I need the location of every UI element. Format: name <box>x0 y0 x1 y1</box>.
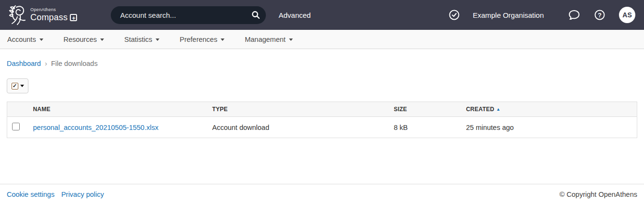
brand-text: OpenAthens Compass + <box>30 8 77 22</box>
privacy-policy-link[interactable]: Privacy policy <box>61 191 104 198</box>
app-footer: Cookie settings Privacy policy © Copyrig… <box>0 184 644 205</box>
copyright-text: © Copyright OpenAthens <box>560 191 637 198</box>
help-button[interactable]: ? <box>594 9 605 21</box>
breadcrumb-current: File downloads <box>51 60 98 67</box>
brand-name: Compass <box>30 13 67 22</box>
cell-created: 25 minutes ago <box>461 117 637 138</box>
chevron-down-icon <box>39 38 43 41</box>
brand-superscript: OpenAthens <box>30 8 77 12</box>
main-nav: Accounts Resources Statistics Preference… <box>0 30 644 49</box>
organisation-name: Example Organisation <box>473 11 544 19</box>
page-content: Dashboard › File downloads ✓ NAME TYPE S… <box>0 49 644 184</box>
help-icon: ? <box>594 9 605 21</box>
nav-item-accounts[interactable]: Accounts <box>7 36 43 43</box>
app-header: OpenAthens Compass + Advanced Example Or… <box>0 0 644 30</box>
row-checkbox[interactable] <box>12 123 20 130</box>
file-downloads-table: NAME TYPE SIZE CREATED▲ personal_account… <box>7 102 637 138</box>
breadcrumb-separator: › <box>45 59 47 67</box>
toolbar: ✓ <box>7 78 637 93</box>
advanced-search-link[interactable]: Advanced <box>278 11 311 19</box>
table-row: personal_accounts_20210505-1550.xlsx Acc… <box>7 117 637 138</box>
svg-text:?: ? <box>598 12 602 19</box>
breadcrumb-dashboard-link[interactable]: Dashboard <box>7 60 41 67</box>
chevron-down-icon <box>289 38 293 41</box>
cell-type: Account download <box>208 117 389 138</box>
footer-links: Cookie settings Privacy policy <box>7 191 104 198</box>
nav-item-management[interactable]: Management <box>245 36 293 43</box>
check-circle-icon <box>448 9 460 21</box>
file-download-link[interactable]: personal_accounts_20210505-1550.xlsx <box>33 124 158 131</box>
status-check-button[interactable] <box>448 9 460 21</box>
cookie-settings-link[interactable]: Cookie settings <box>7 191 54 198</box>
chat-bubble-icon <box>568 9 580 21</box>
checkbox-icon: ✓ <box>12 83 18 90</box>
caret-down-icon <box>20 85 24 87</box>
openathens-logo-icon <box>8 4 27 26</box>
account-search-input[interactable] <box>111 11 246 19</box>
chevron-down-icon <box>156 38 159 41</box>
cell-size: 8 kB <box>389 117 461 138</box>
table-header-row: NAME TYPE SIZE CREATED▲ <box>7 102 637 117</box>
column-header-type[interactable]: TYPE <box>208 102 389 117</box>
header-checkbox-spacer <box>7 102 28 117</box>
chat-button[interactable] <box>568 9 580 21</box>
sort-ascending-icon: ▲ <box>496 107 500 112</box>
plus-badge-icon: + <box>70 14 77 21</box>
chevron-down-icon <box>100 38 104 41</box>
nav-item-resources[interactable]: Resources <box>64 36 104 43</box>
column-header-size[interactable]: SIZE <box>389 102 461 117</box>
search-icon <box>251 11 260 19</box>
search-button[interactable] <box>246 6 266 24</box>
header-right: Example Organisation ? AS <box>448 7 635 23</box>
nav-item-preferences[interactable]: Preferences <box>180 36 224 43</box>
breadcrumb: Dashboard › File downloads <box>7 59 637 67</box>
chevron-down-icon <box>221 38 224 41</box>
account-search <box>111 6 266 24</box>
column-header-created[interactable]: CREATED▲ <box>461 102 637 117</box>
nav-item-statistics[interactable]: Statistics <box>124 36 159 43</box>
user-avatar[interactable]: AS <box>619 7 635 23</box>
brand-logo[interactable]: OpenAthens Compass + <box>8 4 77 26</box>
select-all-dropdown-button[interactable]: ✓ <box>7 78 28 93</box>
column-header-name[interactable]: NAME <box>28 102 208 117</box>
